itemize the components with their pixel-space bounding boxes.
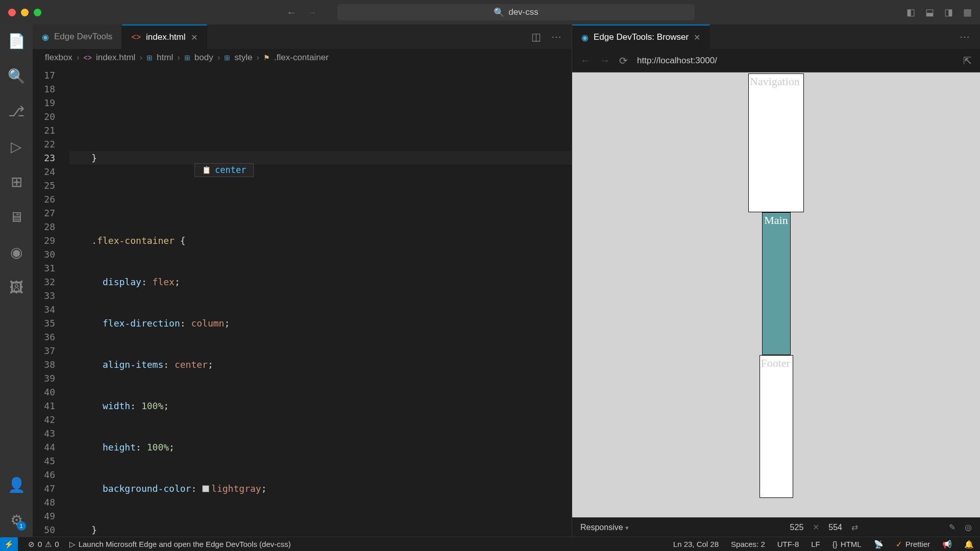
code-editor[interactable]: 1718192021222324252627282930313233343536… (33, 66, 572, 537)
tooltip-text: center (215, 163, 246, 177)
viewport-height[interactable]: 554 (828, 523, 842, 532)
close-tab-icon[interactable]: ✕ (191, 33, 198, 42)
error-icon: ⊘ (28, 540, 35, 549)
problems-indicator[interactable]: ⊘0 ⚠0 (28, 540, 59, 549)
tab-label: index.html (146, 32, 185, 42)
preview-footer-box: Footer (760, 355, 793, 498)
back-icon[interactable]: ← (286, 7, 297, 18)
debug-icon[interactable]: ▷ (11, 138, 22, 155)
color-swatch-icon[interactable] (202, 485, 209, 492)
edge-icon[interactable]: ◉ (10, 244, 22, 261)
panel-left-icon[interactable]: ◧ (906, 7, 915, 18)
eol[interactable]: LF (811, 540, 820, 548)
split-editor-icon[interactable]: ◫ (531, 31, 541, 43)
crumb-folder[interactable]: flexbox (45, 53, 72, 63)
check-icon: ✓ (896, 540, 902, 549)
edge-tab-icon: ◉ (581, 33, 589, 42)
docs-icon: 📋 (202, 163, 211, 177)
braces-icon: {} (832, 540, 838, 548)
devtools-footer: Responsive ▾ 525 ✕ 554 ⇄ ✎ ◎ (572, 517, 980, 537)
close-tab-icon[interactable]: ✕ (694, 33, 700, 42)
search-icon[interactable]: 🔍 (8, 68, 26, 85)
indentation[interactable]: Spaces: 2 (731, 540, 765, 548)
status-bar: ⚡ ⊘0 ⚠0 ▷ Launch Microsoft Edge and open… (0, 537, 980, 551)
crumb-selector[interactable]: .flex-container (274, 53, 329, 63)
window-controls[interactable] (8, 9, 41, 16)
settings-icon[interactable]: ⚙1 (10, 512, 23, 529)
close-window-icon[interactable] (8, 9, 16, 16)
image-icon[interactable]: 🖼 (9, 279, 23, 296)
titlebar: ← → 🔍 dev-css ◧ ⬓ ◨ ▦ (0, 0, 980, 24)
target-icon[interactable]: ◎ (965, 522, 972, 532)
crumb-style[interactable]: style (234, 53, 252, 63)
tab-label: Edge DevTools (54, 32, 112, 42)
html-file-icon: <> (84, 54, 92, 62)
layout-controls: ◧ ⬓ ◨ ▦ (906, 7, 972, 18)
preview-nav-box: Navigation (748, 73, 804, 212)
cursor-position[interactable]: Ln 23, Col 28 (673, 540, 719, 548)
tab-more-icon[interactable]: ⋯ (960, 31, 970, 43)
browser-forward-icon[interactable]: → (600, 55, 610, 66)
title-text: dev-css (508, 7, 538, 17)
remote-indicator[interactable]: ⚡ (0, 537, 18, 552)
selector-icon: ⚑ (263, 54, 270, 62)
tag-icon: ⊞ (184, 54, 190, 62)
command-center[interactable]: 🔍 dev-css (337, 4, 695, 20)
panel-bottom-icon[interactable]: ⬓ (925, 7, 934, 18)
current-line-highlight (69, 151, 572, 165)
breadcrumb[interactable]: flexbox› <>index.html› ⊞html› ⊞body› ⊞st… (33, 49, 572, 66)
preview-viewport[interactable]: Navigation Main Footer (572, 72, 980, 517)
settings-badge: 1 (17, 521, 26, 531)
tab-label: Edge DevTools: Browser (594, 32, 689, 42)
preview-main-box: Main (762, 212, 791, 355)
crumb-html[interactable]: html (157, 53, 173, 63)
tab-edge-devtools[interactable]: ◉ Edge DevTools (33, 24, 122, 49)
go-live-icon[interactable]: 📡 (874, 540, 884, 549)
feedback-icon[interactable]: 📢 (942, 540, 952, 549)
play-icon: ▷ (69, 540, 76, 549)
crumb-file[interactable]: index.html (96, 53, 135, 63)
edit-icon[interactable]: ✎ (949, 522, 955, 532)
html-file-icon: <> (131, 33, 141, 42)
account-icon[interactable]: 👤 (8, 477, 26, 493)
prettier-status[interactable]: ✓ Prettier (896, 540, 930, 549)
preview-tabs: ◉ Edge DevTools: Browser ✕ ⋯ (572, 24, 980, 49)
tag-icon: ⊞ (224, 54, 230, 62)
source-control-icon[interactable]: ⎇ (8, 103, 24, 120)
maximize-window-icon[interactable] (34, 9, 41, 16)
browser-toolbar: ← → ⟳ http://localhost:3000/ ⇱ (572, 49, 980, 72)
code-content[interactable]: } .flex-container { display: flex; flex-… (69, 66, 572, 537)
explorer-icon[interactable]: 📄 (8, 33, 26, 49)
browser-back-icon[interactable]: ← (580, 55, 591, 66)
dimension-separator: ✕ (813, 522, 819, 532)
search-icon: 🔍 (494, 7, 504, 18)
crumb-body[interactable]: body (194, 53, 213, 63)
minimize-window-icon[interactable] (21, 9, 29, 16)
launch-task[interactable]: ▷ Launch Microsoft Edge and open the Edg… (69, 540, 291, 549)
panel-right-icon[interactable]: ◨ (944, 7, 953, 18)
remote-icon[interactable]: 🖥 (9, 209, 23, 226)
tag-icon: ⊞ (146, 54, 153, 62)
rotate-icon[interactable]: ⇄ (851, 522, 858, 532)
tab-more-icon[interactable]: ⋯ (551, 31, 561, 43)
url-bar[interactable]: http://localhost:3000/ (637, 56, 717, 66)
responsive-mode[interactable]: Responsive ▾ (580, 523, 629, 532)
tab-index-html[interactable]: <> index.html ✕ (122, 24, 207, 49)
viewport-width[interactable]: 525 (790, 523, 804, 532)
extensions-icon[interactable]: ⊞ (11, 173, 22, 190)
autocomplete-tooltip[interactable]: 📋 center (194, 163, 254, 177)
browser-reload-icon[interactable]: ⟳ (619, 55, 628, 67)
encoding[interactable]: UTF-8 (777, 540, 799, 548)
preview-panel: ◉ Edge DevTools: Browser ✕ ⋯ ← → ⟳ http:… (572, 24, 980, 537)
editor-tabs: ◉ Edge DevTools <> index.html ✕ ◫ ⋯ (33, 24, 572, 49)
line-numbers: 1718192021222324252627282930313233343536… (33, 66, 69, 537)
inspect-icon[interactable]: ⇱ (963, 55, 972, 67)
language-mode[interactable]: {} HTML (832, 540, 862, 548)
tab-browser-preview[interactable]: ◉ Edge DevTools: Browser ✕ (572, 24, 710, 49)
history-nav: ← → (286, 7, 317, 18)
edge-tab-icon: ◉ (42, 32, 49, 42)
layout-grid-icon[interactable]: ▦ (963, 7, 972, 18)
forward-icon[interactable]: → (307, 7, 317, 18)
activity-bar: 📄 🔍 ⎇ ▷ ⊞ 🖥 ◉ 🖼 👤 ⚙1 (0, 24, 33, 537)
bell-icon[interactable]: 🔔 (964, 540, 974, 549)
